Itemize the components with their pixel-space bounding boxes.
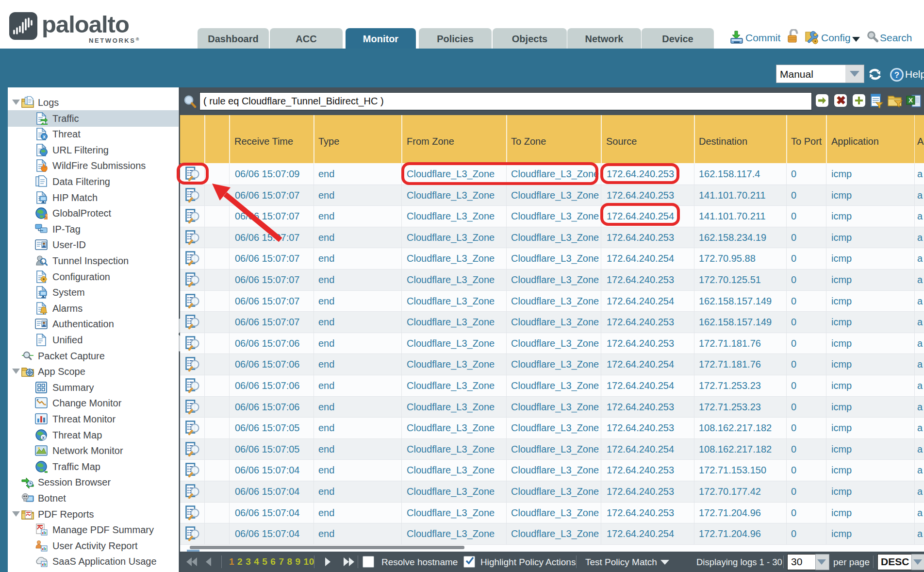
svg-text:x: x — [42, 435, 45, 439]
svg-text:X: X — [908, 97, 913, 104]
svg-text:x: x — [43, 134, 46, 139]
svg-text:?: ? — [894, 70, 899, 80]
